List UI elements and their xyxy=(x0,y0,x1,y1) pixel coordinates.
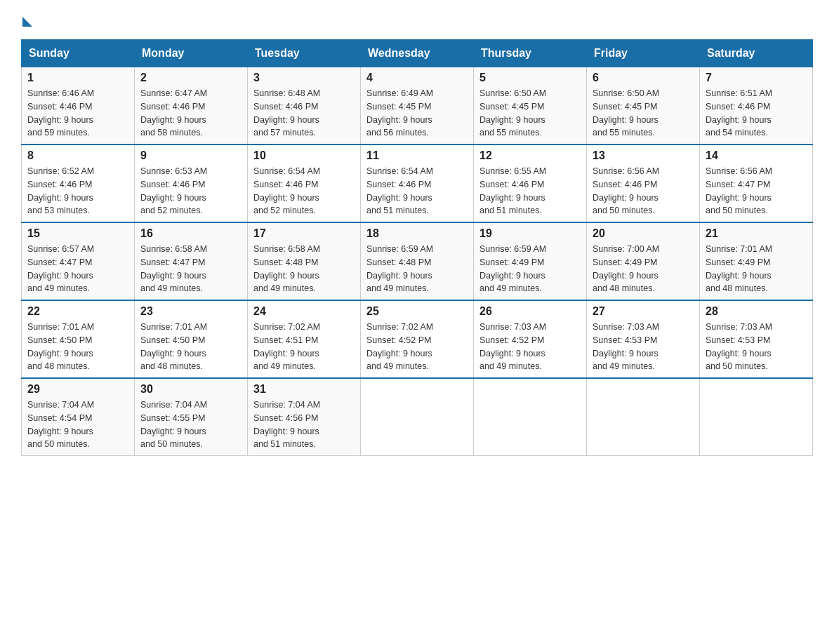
calendar-row-week-1: 1Sunrise: 6:46 AMSunset: 4:46 PMDaylight… xyxy=(22,67,813,145)
day-info: Sunrise: 7:03 AMSunset: 4:52 PMDaylight:… xyxy=(479,321,581,373)
day-number: 9 xyxy=(140,149,241,162)
day-info: Sunrise: 7:04 AMSunset: 4:55 PMDaylight:… xyxy=(140,398,241,451)
day-info: Sunrise: 7:03 AMSunset: 4:53 PMDaylight:… xyxy=(593,321,694,373)
calendar-cell: 6Sunrise: 6:50 AMSunset: 4:45 PMDaylight… xyxy=(587,67,700,145)
day-number: 3 xyxy=(253,72,355,84)
day-number: 7 xyxy=(706,72,807,84)
calendar-cell: 5Sunrise: 6:50 AMSunset: 4:45 PMDaylight… xyxy=(474,67,587,145)
day-info: Sunrise: 7:01 AMSunset: 4:50 PMDaylight:… xyxy=(27,321,128,373)
day-number: 6 xyxy=(593,72,694,84)
column-header-tuesday: Tuesday xyxy=(248,40,361,67)
calendar-cell: 24Sunrise: 7:02 AMSunset: 4:51 PMDayligh… xyxy=(248,300,361,378)
day-info: Sunrise: 7:02 AMSunset: 4:51 PMDaylight:… xyxy=(253,321,355,373)
day-info: Sunrise: 6:58 AMSunset: 4:48 PMDaylight:… xyxy=(253,243,355,295)
calendar-cell: 31Sunrise: 7:04 AMSunset: 4:56 PMDayligh… xyxy=(248,378,361,456)
column-header-wednesday: Wednesday xyxy=(361,40,474,67)
day-info: Sunrise: 7:04 AMSunset: 4:56 PMDaylight:… xyxy=(253,398,355,451)
day-info: Sunrise: 6:58 AMSunset: 4:47 PMDaylight:… xyxy=(140,243,241,295)
day-number: 22 xyxy=(27,305,128,318)
calendar-cell: 25Sunrise: 7:02 AMSunset: 4:52 PMDayligh… xyxy=(361,300,474,378)
day-number: 18 xyxy=(366,227,468,240)
day-number: 20 xyxy=(593,227,694,240)
day-info: Sunrise: 6:52 AMSunset: 4:46 PMDaylight:… xyxy=(27,165,128,217)
day-info: Sunrise: 7:02 AMSunset: 4:52 PMDaylight:… xyxy=(366,321,468,373)
day-info: Sunrise: 6:48 AMSunset: 4:46 PMDaylight:… xyxy=(253,87,355,140)
calendar-row-week-3: 15Sunrise: 6:57 AMSunset: 4:47 PMDayligh… xyxy=(22,222,813,300)
day-number: 28 xyxy=(706,305,807,318)
calendar-table: SundayMondayTuesdayWednesdayThursdayFrid… xyxy=(21,39,813,456)
calendar-cell: 26Sunrise: 7:03 AMSunset: 4:52 PMDayligh… xyxy=(474,300,587,378)
calendar-cell: 8Sunrise: 6:52 AMSunset: 4:46 PMDaylight… xyxy=(22,145,135,222)
day-number: 16 xyxy=(140,227,241,240)
calendar-cell: 14Sunrise: 6:56 AMSunset: 4:47 PMDayligh… xyxy=(700,145,813,222)
calendar-cell: 16Sunrise: 6:58 AMSunset: 4:47 PMDayligh… xyxy=(135,222,248,300)
day-info: Sunrise: 6:59 AMSunset: 4:48 PMDaylight:… xyxy=(366,243,468,295)
calendar-cell xyxy=(587,378,700,456)
day-info: Sunrise: 7:01 AMSunset: 4:50 PMDaylight:… xyxy=(140,321,241,373)
calendar-cell: 11Sunrise: 6:54 AMSunset: 4:46 PMDayligh… xyxy=(361,145,474,222)
calendar-cell: 10Sunrise: 6:54 AMSunset: 4:46 PMDayligh… xyxy=(248,145,361,222)
day-info: Sunrise: 6:54 AMSunset: 4:46 PMDaylight:… xyxy=(366,165,468,217)
calendar-row-week-5: 29Sunrise: 7:04 AMSunset: 4:54 PMDayligh… xyxy=(22,378,813,456)
calendar-cell: 21Sunrise: 7:01 AMSunset: 4:49 PMDayligh… xyxy=(700,222,813,300)
day-info: Sunrise: 6:59 AMSunset: 4:49 PMDaylight:… xyxy=(479,243,581,295)
day-number: 4 xyxy=(366,72,468,84)
calendar-cell: 27Sunrise: 7:03 AMSunset: 4:53 PMDayligh… xyxy=(587,300,700,378)
day-number: 17 xyxy=(253,227,355,240)
calendar-cell: 1Sunrise: 6:46 AMSunset: 4:46 PMDaylight… xyxy=(22,67,135,145)
calendar-cell: 22Sunrise: 7:01 AMSunset: 4:50 PMDayligh… xyxy=(22,300,135,378)
logo xyxy=(21,14,32,27)
day-info: Sunrise: 6:56 AMSunset: 4:47 PMDaylight:… xyxy=(706,165,807,217)
day-info: Sunrise: 7:04 AMSunset: 4:54 PMDaylight:… xyxy=(27,398,128,451)
day-number: 31 xyxy=(253,383,355,396)
day-number: 1 xyxy=(27,72,128,84)
calendar-cell: 2Sunrise: 6:47 AMSunset: 4:46 PMDaylight… xyxy=(135,67,248,145)
day-number: 23 xyxy=(140,305,241,318)
page-header xyxy=(21,14,813,27)
calendar-cell: 23Sunrise: 7:01 AMSunset: 4:50 PMDayligh… xyxy=(135,300,248,378)
day-info: Sunrise: 6:49 AMSunset: 4:45 PMDaylight:… xyxy=(366,87,468,140)
calendar-cell: 18Sunrise: 6:59 AMSunset: 4:48 PMDayligh… xyxy=(361,222,474,300)
day-number: 14 xyxy=(706,149,807,162)
day-info: Sunrise: 6:54 AMSunset: 4:46 PMDaylight:… xyxy=(253,165,355,217)
column-header-monday: Monday xyxy=(135,40,248,67)
day-number: 27 xyxy=(593,305,694,318)
day-number: 2 xyxy=(140,72,241,84)
calendar-cell: 19Sunrise: 6:59 AMSunset: 4:49 PMDayligh… xyxy=(474,222,587,300)
day-number: 21 xyxy=(706,227,807,240)
day-number: 12 xyxy=(479,149,581,162)
day-number: 24 xyxy=(253,305,355,318)
day-info: Sunrise: 7:00 AMSunset: 4:49 PMDaylight:… xyxy=(593,243,694,295)
day-info: Sunrise: 6:47 AMSunset: 4:46 PMDaylight:… xyxy=(140,87,241,140)
calendar-row-week-2: 8Sunrise: 6:52 AMSunset: 4:46 PMDaylight… xyxy=(22,145,813,222)
day-number: 15 xyxy=(27,227,128,240)
day-info: Sunrise: 6:53 AMSunset: 4:46 PMDaylight:… xyxy=(140,165,241,217)
calendar-cell: 12Sunrise: 6:55 AMSunset: 4:46 PMDayligh… xyxy=(474,145,587,222)
calendar-row-week-4: 22Sunrise: 7:01 AMSunset: 4:50 PMDayligh… xyxy=(22,300,813,378)
day-number: 30 xyxy=(140,383,241,396)
day-info: Sunrise: 6:51 AMSunset: 4:46 PMDaylight:… xyxy=(706,87,807,140)
day-info: Sunrise: 6:57 AMSunset: 4:47 PMDaylight:… xyxy=(27,243,128,295)
day-info: Sunrise: 6:50 AMSunset: 4:45 PMDaylight:… xyxy=(479,87,581,140)
calendar-cell: 20Sunrise: 7:00 AMSunset: 4:49 PMDayligh… xyxy=(587,222,700,300)
day-number: 13 xyxy=(593,149,694,162)
column-header-thursday: Thursday xyxy=(474,40,587,67)
day-number: 5 xyxy=(479,72,581,84)
day-number: 26 xyxy=(479,305,581,318)
day-number: 29 xyxy=(27,383,128,396)
day-info: Sunrise: 7:03 AMSunset: 4:53 PMDaylight:… xyxy=(706,321,807,373)
calendar-cell xyxy=(361,378,474,456)
calendar-header: SundayMondayTuesdayWednesdayThursdayFrid… xyxy=(22,40,813,67)
calendar-cell xyxy=(474,378,587,456)
day-number: 19 xyxy=(479,227,581,240)
day-info: Sunrise: 6:56 AMSunset: 4:46 PMDaylight:… xyxy=(593,165,694,217)
calendar-cell: 13Sunrise: 6:56 AMSunset: 4:46 PMDayligh… xyxy=(587,145,700,222)
calendar-cell: 17Sunrise: 6:58 AMSunset: 4:48 PMDayligh… xyxy=(248,222,361,300)
calendar-cell: 28Sunrise: 7:03 AMSunset: 4:53 PMDayligh… xyxy=(700,300,813,378)
column-header-friday: Friday xyxy=(587,40,700,67)
calendar-cell: 29Sunrise: 7:04 AMSunset: 4:54 PMDayligh… xyxy=(22,378,135,456)
calendar-cell: 9Sunrise: 6:53 AMSunset: 4:46 PMDaylight… xyxy=(135,145,248,222)
day-number: 25 xyxy=(366,305,468,318)
calendar-cell xyxy=(700,378,813,456)
calendar-cell: 4Sunrise: 6:49 AMSunset: 4:45 PMDaylight… xyxy=(361,67,474,145)
